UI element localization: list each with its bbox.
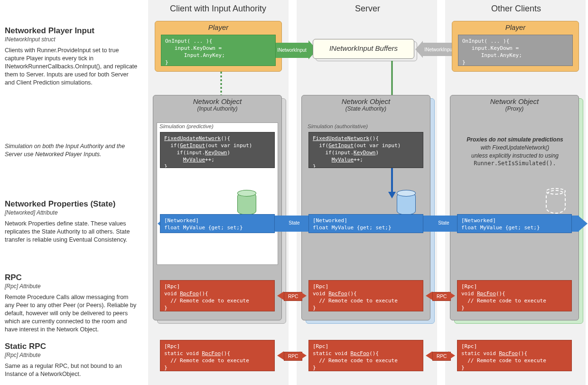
proxy-line: with FixedUpdateNetwork() [460,144,569,152]
sim-label-client: Simulation (predictive) [159,123,214,129]
rpc-arrow-r-icon [300,291,307,300]
side-body: Clients with Runner.ProvideInput set to … [5,47,138,86]
card-subtitle: (Input Authority) [153,105,281,114]
code-rpc-server: [Rpc] void RpcFoo(){ // Remote code to e… [308,280,423,311]
proxy-line: unless explicitly instructed to using [460,152,569,160]
inetworkinput-buffers: INetworkInput Buffers [313,39,414,59]
side-sub: [Rpc] Attribute [5,352,138,358]
cylinder-top-icon [237,190,256,197]
side-body: Simulation on both the Input Authority a… [5,142,138,159]
code-networked-other: [Networked] float MyValue {get; set;} [457,214,572,233]
header-server: Server [355,4,380,14]
cylinder-top-dashed-icon [546,188,566,195]
svg-marker-5 [388,192,396,198]
code-staticrpc-client: [Rpc] static void RpcFoo(){ // Remote co… [160,340,275,371]
side-sim-note: Simulation on both the Input Authority a… [5,142,138,159]
code-networked-server: [Networked] float MyValue {get; set;} [308,214,423,233]
arrow-label: INetworkInput [423,47,455,52]
side-body: Same as a regular RPC, but not bound to … [5,362,138,378]
card-title: Network Object [302,95,430,106]
side-title: Networked Player Input [5,26,138,36]
card-title: Player [452,21,579,32]
rpc-arrow-l-icon [426,351,432,360]
side-title: Networked Properties (State) [5,199,138,209]
card-title: Player [155,21,281,32]
side-sub: [Rpc] Attribute [5,283,138,290]
side-title: Static RPC [5,342,138,351]
header-other: Other Clients [491,4,541,14]
side-body: Remote Procedure Calls allow messaging f… [5,293,138,333]
state-label-2: State [434,220,453,225]
code-oninput-client: OnInput( ... ){ input.KeyDown = Input.An… [161,35,276,66]
card-subtitle: (Proxy) [450,105,579,114]
code-networked-client: [Networked] float MyValue {get; set;} [160,214,275,233]
sim-label-server: Simulation (authoritative) [308,123,368,129]
buffer-label: INetworkInput Buffers [329,44,398,52]
side-sub: [Networked] Attribute [5,209,138,216]
code-staticrpc-server: [Rpc] static void RpcFoo(){ // Remote co… [308,340,423,371]
rpc-arrow-r-icon [300,351,307,360]
side-sub: INetworkInput struct [5,36,138,43]
rpc-arrow-r-icon [448,351,455,360]
proxy-line: Proxies do not simulate predictions [467,136,563,143]
rpc-arrow-l-icon [426,291,432,300]
rpc-arrow-l-icon [277,351,284,360]
side-networked-props: Networked Properties (State) [Networked]… [5,199,138,244]
proxy-note: Proxies do not simulate predictions with… [460,136,569,168]
side-networked-input: Networked Player Input INetworkInput str… [5,26,138,86]
header-client: Client with Input Authority [170,4,266,14]
card-title: Network Object [450,95,579,106]
card-title: Network Object [153,95,281,106]
side-rpc: RPC [Rpc] Attribute Remote Procedure Cal… [5,273,138,333]
code-fixed-server: FixedUpdateNetwork(){ if(GetInput(out va… [308,132,423,168]
state-arrow-head-icon [578,216,588,232]
code-rpc-client: [Rpc] void RpcFoo(){ // Remote code to e… [160,280,275,311]
code-oninput-other: OnInput( ... ){ input.KeyDown = Input.An… [458,35,573,66]
side-body: Network Properties define state. These v… [5,220,138,244]
rpc-arrow-r-icon [448,291,455,300]
code-rpc-other: [Rpc] void RpcFoo(){ // Remote code to e… [457,280,572,311]
cylinder-top-icon [397,190,416,197]
arrow-label: INetworkInput [276,47,308,53]
state-label-1: State [285,220,304,225]
rpc-arrow-l-icon [277,291,284,300]
code-fixed-client: FixedUpdateNetwork(){ if(GetInput(out va… [160,132,275,168]
arrow-head-icon [415,41,423,58]
diagram-root: Client with Input Authority Server Other… [0,0,588,385]
code-staticrpc-other: [Rpc] static void RpcFoo(){ // Remote co… [457,340,572,371]
side-static-rpc: Static RPC [Rpc] Attribute Same as a reg… [5,342,138,378]
proxy-line: Runner.SetIsSimulated(). [460,160,569,168]
side-title: RPC [5,273,138,282]
card-subtitle: (State Authority) [302,105,430,114]
